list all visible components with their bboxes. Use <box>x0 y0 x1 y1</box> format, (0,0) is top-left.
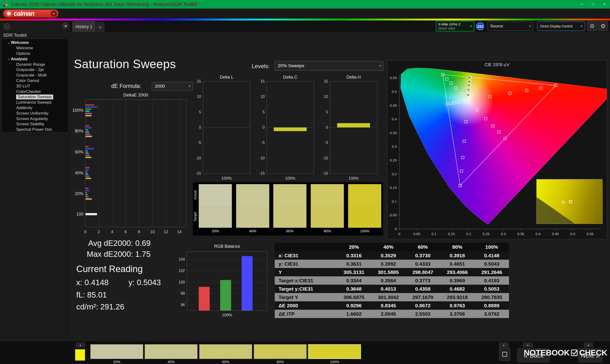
sidebar-item-luminance-sweeps[interactable]: Luminance Sweeps <box>2 100 68 105</box>
bar <box>86 167 90 169</box>
table-cell: 0.4651 <box>440 260 475 268</box>
sidebar-item-welcome[interactable]: Welcome <box>2 46 68 51</box>
preferences-gear-button[interactable]: ⚙ <box>598 21 608 31</box>
table-cell: 0.3992 <box>371 260 406 268</box>
sidebar-collapse-button[interactable]: ◀ <box>62 23 68 29</box>
current-patch-expander[interactable]: ▲ <box>76 343 85 347</box>
window-title: Calman 2025 Calman Ultimate for Business… <box>11 2 197 7</box>
x-tick-label: 0.4 <box>536 232 541 236</box>
target-swatch-100 <box>348 206 381 228</box>
patch-button-80[interactable]: 80% <box>254 344 307 364</box>
sidebar-item-label: Grayscale - 2pt <box>16 67 44 72</box>
de-formula-label: dE Formula: <box>111 83 141 89</box>
table-cell: 0.5053 <box>474 285 509 293</box>
table-cell: 0.3730 <box>405 251 440 260</box>
x-tick-label: 0.2 <box>466 232 471 236</box>
measured-marker <box>467 88 470 91</box>
table-row: Target Y306.6875301.3042297.1679293.9218… <box>275 293 509 301</box>
chevron-down-icon: ▼ <box>580 25 583 28</box>
source-dropdown[interactable]: Source ▼ <box>488 22 533 31</box>
patch-label: 80% <box>254 360 307 364</box>
bar <box>86 178 91 179</box>
deltae2000-chart: DeltaE 2000 02468101214100%80%60%40%20%1… <box>71 92 191 239</box>
table-cell: 3.0762 <box>474 310 509 318</box>
target-marker <box>509 92 511 95</box>
actual-swatch-60 <box>273 184 306 206</box>
sidebar-item-spectral-power-dist[interactable]: Spectral Power Dist. <box>2 127 68 132</box>
table-row: ΔE 20000.92960.83450.86720.97630.8889 <box>275 301 509 310</box>
add-tab-button[interactable]: + <box>96 22 104 32</box>
sidebar-item-label: Color Gamut <box>16 78 39 83</box>
table-row-label: Target y:CIE31 <box>275 285 337 293</box>
y-tick-label: 0.15 <box>390 186 397 190</box>
back-expander[interactable]: ▲ <box>523 343 532 347</box>
sidebar-item-label: Analysis <box>11 57 28 62</box>
table-header-cell: 60% <box>405 243 440 251</box>
sidebar-item-screen-stability[interactable]: Screen Stability <box>2 121 68 127</box>
patch-button-20[interactable]: 20% <box>90 344 143 364</box>
sidebar-item-saturation-sweeps[interactable]: Saturation Sweeps <box>2 94 68 100</box>
sidebar-item-3d-lut[interactable]: 3D LUT <box>2 83 68 89</box>
y-tick-label: 102 <box>179 269 185 273</box>
x-tick-label: 0.45 <box>552 232 559 236</box>
maximize-button[interactable]: □ <box>588 0 599 9</box>
table-cell: 0.3529 <box>371 251 406 260</box>
display-control-label: Direct Display Control <box>538 24 584 28</box>
x-axis-label: 100% <box>285 176 295 181</box>
patch-button-40[interactable]: 40% <box>145 344 197 364</box>
sidebar-item-grayscale-multi[interactable]: Grayscale - Multi <box>2 73 68 78</box>
target-point-icon <box>569 200 572 203</box>
current-patch-swatch[interactable] <box>75 349 85 361</box>
close-button[interactable]: × <box>599 0 610 9</box>
patch-button-100[interactable]: 100% <box>308 344 361 364</box>
target-marker <box>453 102 455 104</box>
levels-dropdown[interactable]: 20% Sweeps ▼ <box>275 61 383 70</box>
bar <box>86 131 89 133</box>
logo-dropdown-icon[interactable]: ▼ <box>51 11 57 17</box>
table-cell: 1.6602 <box>337 310 371 318</box>
sidebar-item-dynamic-range[interactable]: Dynamic Range <box>2 62 68 67</box>
sidebar-item-colorchecker[interactable]: ColorChecker <box>2 89 68 94</box>
table-header-cell: 80% <box>440 243 475 251</box>
sidebar-item-welcome[interactable]: ▴Welcome <box>2 40 68 46</box>
bar <box>86 196 89 198</box>
table-cell: 0.8889 <box>474 301 509 310</box>
patch-button-60[interactable]: 60% <box>199 344 252 364</box>
y-tick-label: 10 <box>260 95 265 99</box>
tree-expander-icon: ▴ <box>8 58 9 60</box>
bar <box>86 169 89 170</box>
levels-value: 20% Sweeps <box>275 63 383 68</box>
sidebar: ◀ SDR Toolkit ▴WelcomeWelcomeOptions▴Ana… <box>0 21 71 342</box>
sidebar-options-icon[interactable] <box>4 23 10 29</box>
sidebar-item-options[interactable]: Options <box>2 51 68 56</box>
sidebar-item-screen-angularity[interactable]: Screen Angularity <box>2 116 68 121</box>
chevron-down-icon: ▼ <box>470 25 472 28</box>
sidebar-item-analysis[interactable]: ▴Analysis <box>2 56 68 62</box>
sidebar-item-label: ColorChecker <box>16 89 41 94</box>
settings-gear-button[interactable]: ⚙ <box>587 21 597 31</box>
meter-dropdown[interactable]: X-Rite i1Pro 2 Direct View ▼ <box>436 21 474 31</box>
chart-title: Delta C <box>267 75 314 80</box>
delta-l-chart: Delta L 151050-5-10-15100% <box>191 74 253 184</box>
minimize-button[interactable]: ─ <box>576 0 588 9</box>
next-expander[interactable]: ▲ <box>584 343 593 347</box>
target-marker <box>465 120 467 123</box>
y-tick-label: 10 <box>197 95 201 99</box>
pattern-expander[interactable]: ▲ <box>499 343 508 347</box>
sidebar-item-screen-uniformity[interactable]: Screen Uniformity <box>2 111 68 116</box>
sidebar-item-grayscale-2pt[interactable]: Grayscale - 2pt <box>2 67 68 73</box>
pattern-window-button[interactable] <box>499 348 510 361</box>
measurement-table: 20%40%60%80%100%x: CIE310.33160.35290.37… <box>275 243 509 318</box>
bar <box>86 129 88 131</box>
sidebar-item-additivity[interactable]: Additivity <box>2 105 68 111</box>
table-row: Target x:CIE310.33440.35640.37730.39690.… <box>275 276 509 285</box>
bar <box>86 150 88 152</box>
de-formula-dropdown[interactable]: 2000 ▼ <box>152 82 193 91</box>
sidebar-item-color-gamut[interactable]: Color Gamut <box>2 78 68 84</box>
y-tick-label: 0.3 <box>392 144 397 148</box>
tab-history-1[interactable]: History 1 <box>72 21 95 32</box>
group-label: 100 <box>76 212 83 217</box>
calman-logo-menu[interactable]: calman ▼ <box>3 10 58 18</box>
x-axis-label: 100% <box>221 176 232 181</box>
display-control-dropdown[interactable]: Direct Display Control ▼ <box>538 22 585 31</box>
